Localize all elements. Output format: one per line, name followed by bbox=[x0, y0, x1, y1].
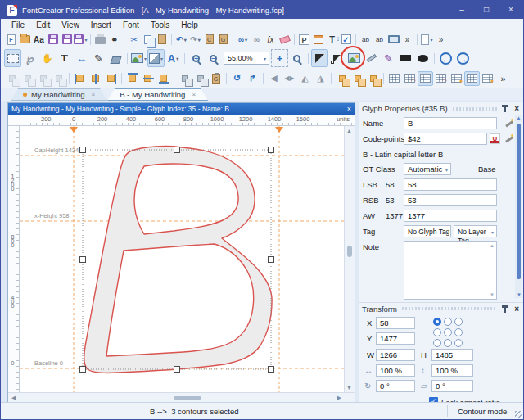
menu-help[interactable]: Help bbox=[175, 19, 204, 32]
codepoints-input[interactable]: $42 bbox=[404, 133, 487, 145]
scroll-right-icon[interactable]: ▶ bbox=[337, 395, 341, 401]
note-scroll-down-icon[interactable]: ▼ bbox=[490, 292, 495, 297]
save-button[interactable] bbox=[46, 33, 60, 46]
close-button[interactable]: × bbox=[499, 1, 523, 19]
tab-my-handwriting[interactable]: My Handwriting × bbox=[11, 88, 107, 101]
pivot-top-right-radio[interactable] bbox=[454, 318, 463, 326]
navigate-previous-button[interactable]: ← bbox=[437, 49, 454, 67]
ot-class-dropdown[interactable]: Automatic▾ bbox=[404, 163, 451, 175]
panel-scroll-up-icon[interactable]: ▲ bbox=[517, 115, 522, 120]
eraser-button[interactable] bbox=[278, 33, 291, 46]
tab-b-my-handwriting[interactable]: B - My Handwriting × bbox=[107, 88, 208, 101]
canvas-vertical-scrollbar[interactable]: ▲ ▼ bbox=[344, 126, 355, 392]
origin-marker-icon[interactable] bbox=[70, 127, 78, 133]
pivot-bottom-center-radio[interactable] bbox=[444, 339, 452, 347]
vertical-scroll-thumb[interactable] bbox=[347, 246, 352, 257]
union-contours-button[interactable] bbox=[334, 71, 350, 86]
menu-tools[interactable]: Tools bbox=[145, 19, 175, 32]
scroll-down-icon[interactable]: ▼ bbox=[346, 385, 352, 391]
center-vertically-button[interactable] bbox=[192, 71, 208, 86]
scroll-up-icon[interactable]: ▲ bbox=[346, 128, 352, 133]
name-input[interactable]: B bbox=[404, 117, 497, 129]
w-input[interactable]: 1266 bbox=[376, 349, 415, 361]
pivot-top-center-radio[interactable] bbox=[444, 318, 452, 326]
note-scroll-up-icon[interactable]: ▲ bbox=[490, 243, 495, 248]
intersect-contours-button[interactable] bbox=[350, 71, 365, 86]
align-bottom-button[interactable] bbox=[156, 71, 171, 86]
align-top-button[interactable] bbox=[124, 71, 140, 86]
scale-x-input[interactable]: 100 % bbox=[376, 364, 415, 377]
copy-button[interactable] bbox=[141, 33, 155, 46]
new-font-button[interactable]: F bbox=[4, 33, 18, 46]
panel-close-icon[interactable]: × bbox=[514, 104, 519, 113]
toolbar-overflow-3[interactable]: » bbox=[495, 71, 511, 86]
maximize-button[interactable]: □ bbox=[474, 1, 499, 19]
grid-columns-lock-button[interactable]: ● bbox=[480, 71, 495, 86]
print-button[interactable] bbox=[93, 33, 107, 46]
pen-tool[interactable]: ✎ bbox=[380, 49, 397, 67]
toolbar-overflow-1[interactable]: » bbox=[400, 33, 414, 46]
paste-button[interactable] bbox=[155, 33, 169, 46]
grid-snap-arrow-button[interactable]: ◠ bbox=[433, 71, 449, 86]
grid-rows-button[interactable] bbox=[418, 71, 433, 86]
menu-font[interactable]: Font bbox=[117, 19, 145, 32]
tab-close-icon[interactable]: × bbox=[91, 91, 95, 98]
zoom-out-button[interactable]: − bbox=[205, 49, 222, 67]
rsb-input[interactable]: 53 bbox=[404, 194, 497, 206]
rename-glyphs-button[interactable]: ab bbox=[373, 33, 386, 46]
validate-button[interactable]: ✓ bbox=[339, 33, 353, 46]
grid-lock-button[interactable]: ● bbox=[449, 71, 464, 86]
transform-header[interactable]: Transform × bbox=[359, 302, 523, 314]
point-mode-button[interactable] bbox=[311, 49, 328, 67]
pan-tool[interactable]: ✋ bbox=[38, 49, 56, 67]
pivot-bottom-left-radio[interactable] bbox=[433, 339, 441, 347]
measure-tool[interactable]: ↔ bbox=[73, 49, 90, 67]
handle-middle-left[interactable] bbox=[80, 257, 86, 263]
open-font-button[interactable] bbox=[18, 33, 32, 46]
pencil-tool[interactable]: ✎ bbox=[90, 49, 107, 67]
save-as-button[interactable]: ▾ bbox=[74, 33, 88, 46]
align-center-button[interactable] bbox=[88, 71, 103, 86]
autonaming-button[interactable]: ab bbox=[359, 33, 373, 46]
rotate-right-button[interactable]: ◮ bbox=[313, 71, 328, 86]
y-input[interactable]: 1477 bbox=[376, 332, 415, 345]
handle-bottom-center[interactable] bbox=[174, 367, 180, 373]
handle-top-left[interactable] bbox=[80, 147, 86, 153]
pivot-middle-center-radio[interactable] bbox=[444, 328, 452, 336]
scroll-left-icon[interactable]: ◀ bbox=[11, 395, 16, 401]
glyph-window-close-icon[interactable]: × bbox=[347, 105, 351, 113]
pin-icon[interactable] bbox=[502, 305, 508, 313]
remove-link-button[interactable]: ∞ bbox=[250, 33, 264, 46]
pivot-middle-right-radio[interactable] bbox=[454, 328, 463, 336]
scale-y-input[interactable]: 100 % bbox=[431, 364, 473, 377]
lasso-select-tool[interactable]: ℘ bbox=[21, 49, 38, 67]
bring-to-front-button[interactable] bbox=[4, 71, 20, 86]
flip-horizontal-button[interactable]: ◀ bbox=[266, 71, 282, 86]
preview-button[interactable] bbox=[386, 33, 400, 46]
background-contrast-button[interactable]: ▾ bbox=[147, 49, 165, 67]
find-button[interactable]: ⚭ bbox=[107, 33, 121, 46]
panel-scrollbar[interactable]: ▲ ▼ bbox=[515, 115, 522, 298]
grid-options-button[interactable] bbox=[386, 71, 402, 86]
h-input[interactable]: 1485 bbox=[431, 349, 473, 361]
zoom-level-combobox[interactable]: 55,00%▾ bbox=[224, 52, 269, 65]
note-textarea[interactable]: ▲ ▼ bbox=[404, 241, 497, 300]
zoom-in-button[interactable]: + bbox=[187, 49, 205, 67]
save-all-button[interactable] bbox=[60, 33, 74, 46]
send-backward-button[interactable] bbox=[35, 71, 51, 86]
pin-icon[interactable] bbox=[502, 105, 508, 112]
zoom-fit-button[interactable]: + bbox=[271, 49, 288, 67]
advance-marker-icon[interactable] bbox=[275, 127, 283, 133]
draw-ellipse-tool[interactable] bbox=[414, 49, 431, 67]
tab-close-icon[interactable]: × bbox=[192, 91, 196, 98]
pivot-middle-left-radio[interactable] bbox=[433, 328, 441, 336]
skew-input[interactable]: 0 ° bbox=[431, 380, 473, 392]
lsb-input[interactable]: 58 bbox=[404, 178, 497, 191]
glyph-tag-dropdown[interactable]: No Glyph Tag▾ bbox=[404, 225, 451, 237]
align-left-button[interactable] bbox=[72, 71, 88, 86]
rotate-input[interactable]: 0 ° bbox=[376, 380, 415, 392]
x-input[interactable]: 58 bbox=[376, 317, 415, 329]
handle-bottom-left[interactable] bbox=[80, 367, 86, 373]
draw-rectangle-tool[interactable] bbox=[397, 49, 414, 67]
exclude-contours-button[interactable] bbox=[365, 71, 381, 86]
